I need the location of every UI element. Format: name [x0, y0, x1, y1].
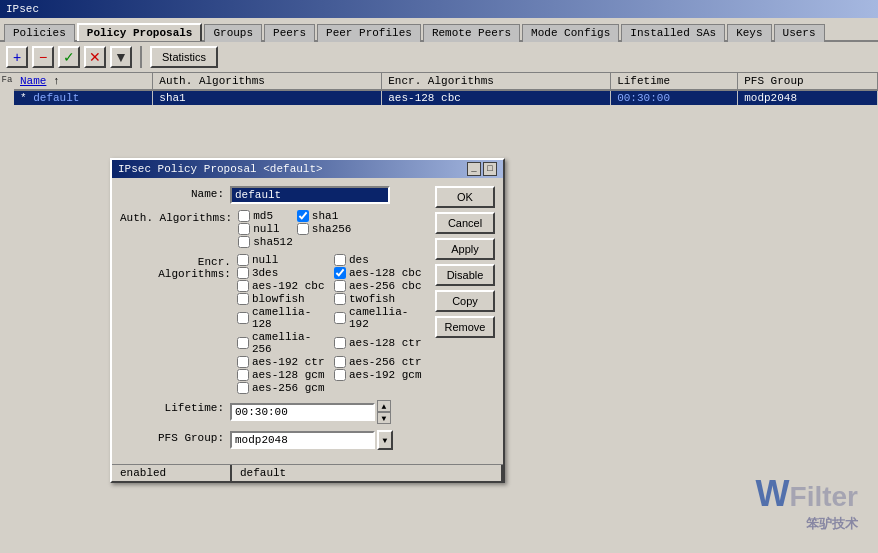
auth-md5-checkbox[interactable] — [238, 210, 250, 222]
encr-camellia256-checkbox[interactable] — [237, 337, 249, 349]
pfs-dropdown-button[interactable]: ▼ — [377, 430, 393, 450]
auth-null: null — [238, 223, 293, 235]
encr-aes192ctr: aes-192 ctr — [237, 356, 330, 368]
auth-sha512-checkbox[interactable] — [238, 236, 250, 248]
side-labels: Fa — [0, 73, 14, 105]
lifetime-label: Lifetime: — [120, 400, 230, 414]
window-title: IPsec — [6, 3, 39, 15]
auth-md5: md5 — [238, 210, 293, 222]
encr-aes192cbc: aes-192 cbc — [237, 280, 330, 292]
encr-aes256ctr-checkbox[interactable] — [334, 356, 346, 368]
tab-peers[interactable]: Peers — [264, 24, 315, 42]
encr-twofish-checkbox[interactable] — [334, 293, 346, 305]
dialog-minimize-button[interactable]: _ — [467, 162, 481, 176]
col-header-auth[interactable]: Auth. Algorithms — [153, 73, 382, 90]
encr-checkboxes: null des 3des aes-128 cbc aes-192 cbc — [237, 254, 427, 394]
cancel-button[interactable]: ✕ — [84, 46, 106, 68]
encr-aes256gcm-checkbox[interactable] — [237, 382, 249, 394]
encr-3des: 3des — [237, 267, 330, 279]
encr-blowfish: blowfish — [237, 293, 330, 305]
toolbar: + − ✓ ✕ ▼ Statistics — [0, 42, 878, 73]
cell-name: * default — [14, 90, 153, 105]
auth-sha1: sha1 — [297, 210, 352, 222]
col-header-name[interactable]: Name ↑ — [14, 73, 153, 90]
encr-des-checkbox[interactable] — [334, 254, 346, 266]
dialog-titlebar-buttons: _ □ — [467, 162, 497, 176]
encr-twofish: twofish — [334, 293, 427, 305]
auth-checkboxes: md5 sha1 null sha256 sha512 — [238, 210, 351, 248]
encr-blowfish-checkbox[interactable] — [237, 293, 249, 305]
lifetime-spinner: ▲ ▼ — [377, 400, 391, 424]
tab-policies[interactable]: Policies — [4, 24, 75, 42]
pfs-row: PFS Group: ▼ — [120, 430, 427, 450]
ok-button[interactable]: OK — [435, 186, 495, 208]
tab-groups[interactable]: Groups — [204, 24, 262, 42]
filter-button[interactable]: ▼ — [110, 46, 132, 68]
encr-aes128cbc: aes-128 cbc — [334, 267, 427, 279]
encr-camellia192-checkbox[interactable] — [334, 312, 346, 324]
auth-sha1-checkbox[interactable] — [297, 210, 309, 222]
dialog-status-name: default — [232, 465, 503, 481]
remove-button[interactable]: Remove — [435, 316, 495, 338]
tab-mode-configs[interactable]: Mode Configs — [522, 24, 619, 42]
encr-aes192gcm: aes-192 gcm — [334, 369, 427, 381]
dialog-titlebar: IPsec Policy Proposal <default> _ □ — [112, 160, 503, 178]
encr-aes192gcm-checkbox[interactable] — [334, 369, 346, 381]
encr-aes128cbc-checkbox[interactable] — [334, 267, 346, 279]
dialog-actions: OK Cancel Apply Disable Copy Remove — [435, 186, 495, 456]
encr-aes192cbc-checkbox[interactable] — [237, 280, 249, 292]
apply-button[interactable]: ✓ — [58, 46, 80, 68]
encr-aes128ctr: aes-128 ctr — [334, 331, 427, 355]
side-label-fa: Fa — [2, 73, 13, 87]
encr-aes128gcm-checkbox[interactable] — [237, 369, 249, 381]
table-row[interactable]: * default sha1 aes-128 cbc 00:30:00 modp… — [14, 90, 878, 105]
tab-keys[interactable]: Keys — [727, 24, 771, 42]
lifetime-up-button[interactable]: ▲ — [377, 400, 391, 412]
encr-aes192ctr-checkbox[interactable] — [237, 356, 249, 368]
pfs-input[interactable] — [230, 431, 375, 449]
dialog: IPsec Policy Proposal <default> _ □ Name… — [110, 158, 505, 483]
encr-null-checkbox[interactable] — [237, 254, 249, 266]
encr-aes128ctr-checkbox[interactable] — [334, 337, 346, 349]
disable-button[interactable]: Disable — [435, 264, 495, 286]
remove-button[interactable]: − — [32, 46, 54, 68]
tab-remote-peers[interactable]: Remote Peers — [423, 24, 520, 42]
encr-null: null — [237, 254, 330, 266]
encr-aes256ctr: aes-256 ctr — [334, 356, 427, 368]
dialog-restore-button[interactable]: □ — [483, 162, 497, 176]
col-header-lifetime[interactable]: Lifetime — [611, 73, 738, 90]
add-button[interactable]: + — [6, 46, 28, 68]
statistics-button[interactable]: Statistics — [150, 46, 218, 68]
dialog-form: Name: Auth. Algorithms: md5 sha1 null — [120, 186, 427, 456]
apply-button[interactable]: Apply — [435, 238, 495, 260]
tab-peer-profiles[interactable]: Peer Profiles — [317, 24, 421, 42]
encr-aes128gcm: aes-128 gcm — [237, 369, 330, 381]
encr-3des-checkbox[interactable] — [237, 267, 249, 279]
dialog-status: enabled default — [112, 464, 503, 481]
encr-camellia128: camellia-128 — [237, 306, 330, 330]
tab-policy-proposals[interactable]: Policy Proposals — [77, 23, 203, 41]
encr-label: Encr. Algorithms: — [120, 254, 237, 280]
col-header-encr[interactable]: Encr. Algorithms — [382, 73, 611, 90]
tab-installed-sas[interactable]: Installed SAs — [621, 24, 725, 42]
auth-sha512: sha512 — [238, 236, 293, 248]
auth-row: Auth. Algorithms: md5 sha1 null sha256 — [120, 210, 427, 248]
encr-des: des — [334, 254, 427, 266]
lifetime-input[interactable] — [230, 403, 375, 421]
name-input[interactable] — [230, 186, 390, 204]
watermark: WFilter 笨驴技术 — [756, 473, 858, 533]
lifetime-down-button[interactable]: ▼ — [377, 412, 391, 424]
encr-camellia128-checkbox[interactable] — [237, 312, 249, 324]
tab-users[interactable]: Users — [774, 24, 825, 42]
col-header-pfs[interactable]: PFS Group — [738, 73, 878, 90]
cancel-button[interactable]: Cancel — [435, 212, 495, 234]
dialog-title: IPsec Policy Proposal <default> — [118, 163, 323, 175]
cell-encr: aes-128 cbc — [382, 90, 611, 105]
auth-null-checkbox[interactable] — [238, 223, 250, 235]
encr-aes256cbc-checkbox[interactable] — [334, 280, 346, 292]
title-bar: IPsec — [0, 0, 878, 18]
copy-button[interactable]: Copy — [435, 290, 495, 312]
lifetime-row: Lifetime: ▲ ▼ — [120, 400, 427, 424]
cell-auth: sha1 — [153, 90, 382, 105]
auth-sha256-checkbox[interactable] — [297, 223, 309, 235]
